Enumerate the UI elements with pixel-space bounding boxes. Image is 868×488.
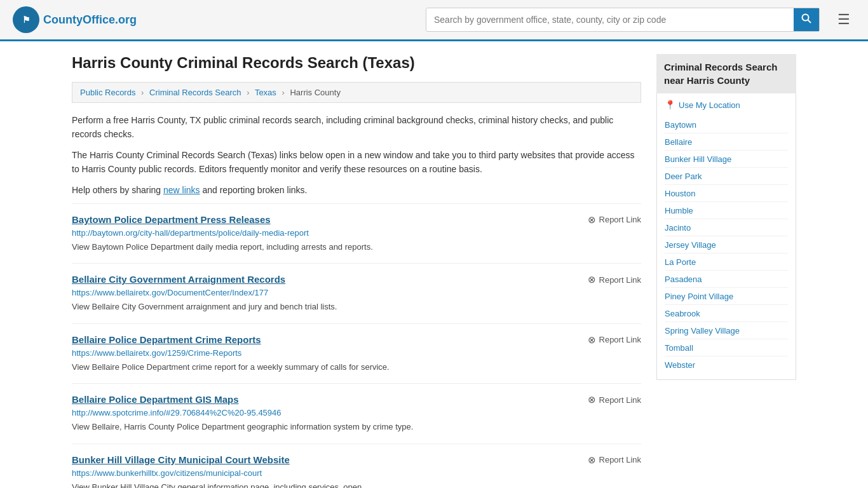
sidebar-link-8[interactable]: La Porte xyxy=(665,257,696,267)
description-1: Perform a free Harris County, TX public … xyxy=(72,113,641,142)
report-link-3[interactable]: ⊗ Report Link xyxy=(588,394,641,405)
page-title: Harris County Criminal Records Search (T… xyxy=(72,54,641,72)
breadcrumb-harris-county: Harris County xyxy=(290,88,340,97)
new-links-link[interactable]: new links xyxy=(163,185,200,195)
result-desc-4: View Bunker Hill Village City general in… xyxy=(72,481,641,488)
page-wrap: Harris County Criminal Records Search (T… xyxy=(59,41,809,488)
result-title-4[interactable]: Bunker Hill Village City Municipal Court… xyxy=(72,454,290,465)
breadcrumb-public-records[interactable]: Public Records xyxy=(80,88,135,97)
list-item: Spring Valley Village xyxy=(665,322,788,339)
search-input[interactable] xyxy=(426,10,794,30)
result-url-1[interactable]: https://www.bellairetx.gov/DocumentCente… xyxy=(72,288,641,297)
sidebar-link-7[interactable]: Jersey Village xyxy=(665,240,716,250)
sidebar: Criminal Records Search near Harris Coun… xyxy=(656,54,796,488)
list-item: Piney Point Village xyxy=(665,288,788,305)
sidebar-link-13[interactable]: Tomball xyxy=(665,343,693,353)
location-icon: 📍 xyxy=(665,100,675,110)
list-item: Tomball xyxy=(665,339,788,356)
list-item: Jersey Village xyxy=(665,236,788,254)
result-card-1: Bellaire City Government Arraignment Rec… xyxy=(72,263,641,323)
sidebar-link-4[interactable]: Houston xyxy=(665,189,695,198)
report-label-3: Report Link xyxy=(599,395,641,405)
search-bar xyxy=(426,8,820,32)
sidebar-link-9[interactable]: Pasadena xyxy=(665,274,702,284)
list-item: Baytown xyxy=(665,116,788,133)
report-label-1: Report Link xyxy=(599,275,641,285)
list-item: La Porte xyxy=(665,254,788,271)
list-item: Humble xyxy=(665,202,788,219)
report-label-2: Report Link xyxy=(599,335,641,344)
sidebar-link-10[interactable]: Piney Point Village xyxy=(665,292,733,301)
list-item: Deer Park xyxy=(665,168,788,185)
result-card-0: Baytown Police Department Press Releases… xyxy=(72,203,641,264)
sidebar-link-5[interactable]: Humble xyxy=(665,206,693,215)
result-card-4: Bunker Hill Village City Municipal Court… xyxy=(72,444,641,488)
report-link-2[interactable]: ⊗ Report Link xyxy=(588,334,641,346)
list-item: Bellaire xyxy=(665,133,788,151)
breadcrumb-criminal-records[interactable]: Criminal Records Search xyxy=(149,88,241,97)
main-content: Harris County Criminal Records Search (T… xyxy=(72,54,641,488)
report-link-0[interactable]: ⊗ Report Link xyxy=(588,214,641,226)
sidebar-link-6[interactable]: Jacinto xyxy=(665,223,691,233)
result-card-3: Bellaire Police Department GIS Maps ⊗ Re… xyxy=(72,383,641,444)
result-url-3[interactable]: http://www.spotcrime.info/#29.706844%2C%… xyxy=(72,408,641,417)
description-3: Help others by sharing new links and rep… xyxy=(72,183,641,197)
report-icon-2: ⊗ xyxy=(588,334,596,346)
result-desc-0: View Baytown Police Department daily med… xyxy=(72,241,641,254)
list-item: Seabrook xyxy=(665,305,788,322)
report-link-4[interactable]: ⊗ Report Link xyxy=(588,454,641,466)
result-desc-1: View Bellaire City Government arraignmen… xyxy=(72,301,641,313)
list-item: Houston xyxy=(665,185,788,202)
menu-button[interactable]: ☰ xyxy=(832,9,855,30)
result-title-1[interactable]: Bellaire City Government Arraignment Rec… xyxy=(72,274,285,285)
svg-point-2 xyxy=(803,15,809,21)
sidebar-link-2[interactable]: Bunker Hill Village xyxy=(665,154,731,164)
report-link-1[interactable]: ⊗ Report Link xyxy=(588,274,641,285)
list-item: Webster xyxy=(665,356,788,373)
result-url-2[interactable]: https://www.bellairetx.gov/1259/Crime-Re… xyxy=(72,348,641,358)
use-my-location[interactable]: 📍 Use My Location xyxy=(665,100,788,110)
sidebar-link-14[interactable]: Webster xyxy=(665,360,695,370)
sidebar-body: 📍 Use My Location BaytownBellaireBunker … xyxy=(656,93,796,380)
breadcrumb-sep-2: › xyxy=(247,88,249,97)
sidebar-link-3[interactable]: Deer Park xyxy=(665,172,702,181)
sidebar-heading: Criminal Records Search near Harris Coun… xyxy=(656,54,796,93)
results-list: Baytown Police Department Press Releases… xyxy=(72,203,641,488)
result-desc-3: View Bellaire, Harris County Police Depa… xyxy=(72,421,641,433)
sidebar-link-11[interactable]: Seabrook xyxy=(665,309,700,318)
logo-text: CountyOffice.org xyxy=(43,13,137,27)
logo-icon: ⚑ xyxy=(13,6,39,33)
result-desc-2: View Bellaire Police Department crime re… xyxy=(72,361,641,374)
report-icon-3: ⊗ xyxy=(588,394,596,405)
sidebar-link-1[interactable]: Bellaire xyxy=(665,137,692,147)
list-item: Bunker Hill Village xyxy=(665,151,788,168)
breadcrumb-sep-1: › xyxy=(141,88,144,97)
search-button[interactable] xyxy=(794,8,819,31)
sidebar-link-0[interactable]: Baytown xyxy=(665,120,696,130)
sidebar-links-list: BaytownBellaireBunker Hill VillageDeer P… xyxy=(665,116,788,373)
logo-link[interactable]: ⚑ CountyOffice.org xyxy=(13,6,137,33)
report-icon-4: ⊗ xyxy=(588,454,596,466)
result-title-3[interactable]: Bellaire Police Department GIS Maps xyxy=(72,394,239,405)
list-item: Pasadena xyxy=(665,271,788,288)
result-title-2[interactable]: Bellaire Police Department Crime Reports xyxy=(72,334,261,345)
result-card-2: Bellaire Police Department Crime Reports… xyxy=(72,323,641,384)
breadcrumb-sep-3: › xyxy=(281,88,284,97)
report-icon-1: ⊗ xyxy=(588,274,596,285)
result-url-0[interactable]: http://baytown.org/city-hall/departments… xyxy=(72,228,641,238)
svg-text:⚑: ⚑ xyxy=(22,15,31,25)
header: ⚑ CountyOffice.org ☰ xyxy=(0,0,868,41)
sidebar-link-12[interactable]: Spring Valley Village xyxy=(665,326,740,336)
report-label-4: Report Link xyxy=(599,455,641,464)
report-icon-0: ⊗ xyxy=(588,214,596,226)
list-item: Jacinto xyxy=(665,219,788,236)
breadcrumb: Public Records › Criminal Records Search… xyxy=(72,82,641,103)
result-url-4[interactable]: https://www.bunkerhilltx.gov/citizens/mu… xyxy=(72,468,641,478)
report-label-0: Report Link xyxy=(599,215,641,224)
result-title-0[interactable]: Baytown Police Department Press Releases xyxy=(72,214,271,225)
description-2: The Harris County Criminal Records Searc… xyxy=(72,148,641,177)
svg-line-3 xyxy=(808,20,811,24)
breadcrumb-texas[interactable]: Texas xyxy=(255,88,276,97)
